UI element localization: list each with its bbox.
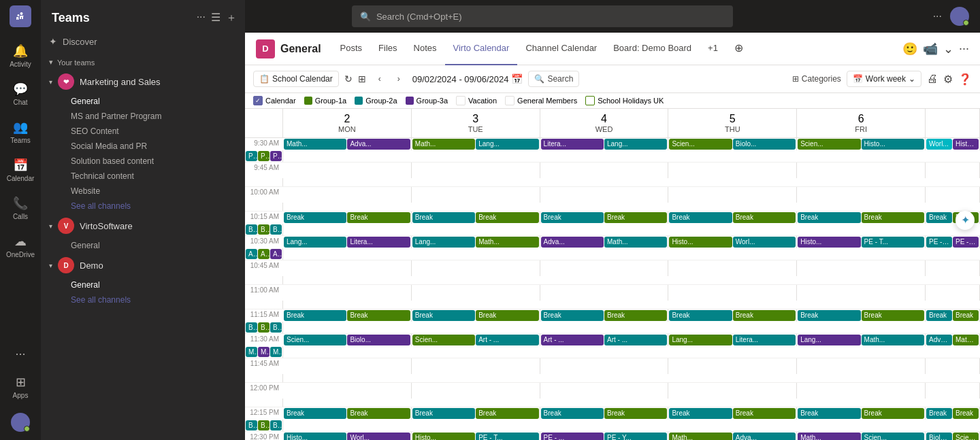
cal-cell[interactable]	[668, 187, 797, 203]
event-block[interactable]: Biolo...	[926, 433, 952, 440]
cal-cell[interactable]: BreakBreak	[926, 309, 980, 322]
cal-cell[interactable]: BreakBreak	[668, 407, 797, 420]
event-block[interactable]: Adva...	[733, 433, 796, 440]
cal-cell[interactable]: Scien...Histo...	[797, 138, 926, 150]
event-block[interactable]: Lang...	[604, 139, 667, 150]
cal-cell[interactable]: BreakBreak	[283, 407, 412, 420]
event-block[interactable]: Break	[604, 212, 667, 223]
tab-notes[interactable]: Notes	[406, 33, 445, 65]
team-demo[interactable]: ▾ D Demo	[41, 253, 245, 277]
event-block[interactable]: Worl...	[926, 139, 952, 150]
sidebar-filter-icon[interactable]: ☰	[211, 11, 220, 25]
cal-cell[interactable]	[797, 260, 926, 276]
cal-cell[interactable]	[283, 383, 412, 399]
cal-cell[interactable]	[926, 358, 980, 374]
event-block[interactable]: Break	[669, 212, 732, 223]
cal-cell[interactable]	[245, 178, 283, 186]
cal-grid-icon[interactable]: ⊞	[358, 73, 366, 84]
cal-cell[interactable]: BreakBreakBreak	[245, 224, 283, 236]
cal-cell[interactable]	[668, 358, 797, 374]
event-block[interactable]: PE - T...	[862, 237, 924, 248]
event-block[interactable]: Art - ...	[476, 335, 538, 345]
channel-technical[interactable]: Technical content	[41, 169, 245, 184]
cal-cell[interactable]	[245, 203, 283, 211]
help-icon[interactable]: ❓	[958, 73, 972, 86]
cal-cell[interactable]: Worl...Histo...	[926, 138, 980, 150]
event-block[interactable]: Scien...	[798, 139, 860, 150]
cal-cell[interactable]: BreakBreakBreak	[245, 322, 283, 334]
cal-cell[interactable]	[540, 358, 669, 374]
event-block[interactable]: Break	[258, 322, 270, 333]
tab-demo-board[interactable]: Board: Demo Board	[605, 33, 700, 65]
event-block[interactable]: Scien...	[284, 335, 346, 345]
cal-cell[interactable]	[540, 260, 669, 276]
event-block[interactable]: Lang...	[284, 237, 346, 248]
event-block[interactable]: Math...	[284, 139, 346, 150]
event-block[interactable]: Scien...	[669, 139, 732, 150]
event-block[interactable]: Musi...	[246, 347, 257, 358]
discover-section[interactable]: ✦ Discover	[41, 31, 245, 52]
cal-cell[interactable]	[797, 163, 926, 178]
event-block[interactable]: Histo...	[669, 237, 732, 248]
event-block[interactable]: Art - ...	[270, 249, 282, 260]
event-block[interactable]: Break	[541, 212, 604, 223]
cal-cell[interactable]	[926, 260, 980, 276]
event-block[interactable]: Math...	[669, 433, 732, 440]
event-block[interactable]: Break	[284, 310, 346, 321]
your-teams-header[interactable]: ▾ Your teams	[41, 52, 245, 69]
tab-channel-calendar[interactable]: Channel Calendar	[517, 33, 605, 65]
event-block[interactable]: Break	[926, 310, 952, 321]
cal-cell[interactable]	[245, 399, 283, 407]
event-block[interactable]: Break	[258, 420, 270, 431]
cal-cell[interactable]	[668, 285, 797, 301]
event-block[interactable]: Break	[347, 212, 410, 223]
next-week-btn[interactable]: ›	[391, 71, 407, 87]
event-block[interactable]: Break	[733, 310, 796, 321]
tab-files[interactable]: Files	[370, 33, 405, 65]
cal-cell[interactable]: BreakBreak	[668, 309, 797, 322]
event-block[interactable]: Worl...	[733, 237, 796, 248]
rail-item-onedrive[interactable]: ☁ OneDrive	[1, 229, 39, 264]
team-marketing[interactable]: ▾ ❤ Marketing and Sales	[41, 69, 245, 94]
cal-cell[interactable]: BreakBreak	[797, 407, 926, 420]
cal-cell[interactable]: BreakBreakBreak	[245, 420, 283, 432]
event-block[interactable]: Break	[284, 408, 346, 419]
event-block[interactable]: PE - ...	[258, 151, 270, 162]
cal-cell[interactable]: BreakBreak	[283, 211, 412, 224]
cal-cell[interactable]	[540, 163, 669, 178]
see-all-demo[interactable]: See all channels	[41, 292, 245, 307]
event-block[interactable]: Math...	[604, 237, 667, 248]
event-block[interactable]: Break	[541, 310, 604, 321]
event-block[interactable]: Art - ...	[246, 249, 257, 260]
prev-week-btn[interactable]: ‹	[372, 71, 388, 87]
cal-cell[interactable]: PE - ...PE - Y...	[540, 432, 669, 440]
event-block[interactable]: Break	[347, 310, 410, 321]
categories-btn[interactable]: ⊞ Categories	[792, 74, 841, 84]
cal-cell[interactable]: BreakBreak	[412, 309, 540, 322]
rail-item-chat[interactable]: 💬 Chat	[1, 76, 39, 112]
channel-more-icon[interactable]: ···	[959, 41, 969, 56]
legend-general-members[interactable]: General Members	[505, 96, 577, 105]
event-block[interactable]: Break	[669, 310, 732, 321]
cal-cell[interactable]: Math...Scien...	[797, 432, 926, 440]
cal-cell[interactable]	[245, 301, 283, 309]
ai-button[interactable]: ✦	[956, 211, 975, 230]
cal-cell[interactable]	[926, 163, 980, 178]
event-block[interactable]: Break	[733, 212, 796, 223]
search-box[interactable]: 🔍 Search (Cmd+Opt+E)	[352, 5, 733, 27]
tab-plus1[interactable]: +1	[700, 33, 726, 65]
cal-cell[interactable]	[283, 163, 412, 178]
cal-cell[interactable]	[668, 383, 797, 399]
cal-cell[interactable]: BreakBreak	[540, 309, 669, 322]
event-block[interactable]: Histo...	[798, 237, 860, 248]
cal-cell[interactable]: Math...Lang...	[412, 138, 540, 150]
see-all-marketing[interactable]: See all channels	[41, 199, 245, 214]
cal-cell[interactable]: BreakBreak	[283, 309, 412, 322]
event-block[interactable]: Break	[246, 224, 257, 235]
cal-cell[interactable]	[412, 163, 540, 178]
event-block[interactable]: Math...	[412, 139, 475, 150]
event-block[interactable]: Break	[270, 322, 282, 333]
cal-cell[interactable]	[926, 285, 980, 301]
cal-cell[interactable]	[797, 358, 926, 374]
view-selector[interactable]: 📅 Work week ⌄	[847, 71, 921, 87]
